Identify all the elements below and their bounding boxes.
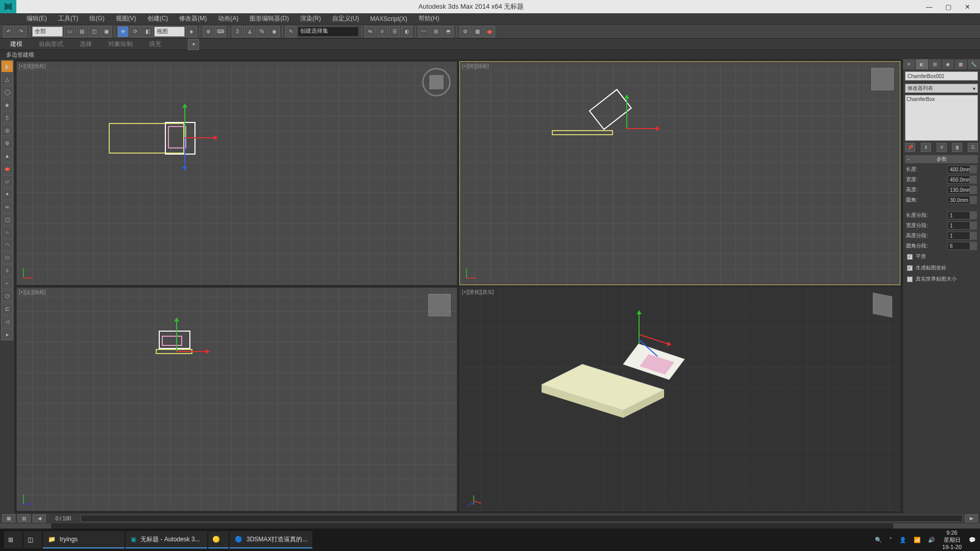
viewcube-left[interactable] <box>428 294 451 316</box>
ribbon-toggle[interactable]: ▾ <box>188 39 199 50</box>
make-unique-button[interactable]: ∀ <box>937 143 947 152</box>
viewport-top-label[interactable]: [+][顶][线框] <box>19 63 46 70</box>
mirror-button[interactable]: ⇋ <box>364 26 376 37</box>
rail-torusknot-icon[interactable]: ∞ <box>1 201 13 213</box>
menu-group[interactable]: 组(G) <box>84 13 109 24</box>
rollout-parameters[interactable]: 参数 <box>905 155 978 163</box>
modify-tab-icon[interactable]: ◐ <box>916 59 928 69</box>
menu-help[interactable]: 帮助(H) <box>413 13 445 24</box>
angle-snap-button[interactable]: ∡ <box>244 26 255 37</box>
align-button[interactable]: ≡ <box>377 26 388 37</box>
rotate-button[interactable]: ⟳ <box>130 26 141 37</box>
tab-objectpaint[interactable]: 对象绘制 <box>108 40 133 48</box>
fillet-spinner[interactable]: 30.0mm <box>947 196 977 204</box>
schematic-view-button[interactable]: ⊞ <box>430 26 442 37</box>
lseg-spinner[interactable]: 1 <box>947 211 977 219</box>
layer-manager-button[interactable]: ☰ <box>389 26 400 37</box>
menu-customize[interactable]: 自定义(U) <box>327 13 364 24</box>
select-button[interactable]: ▭ <box>64 26 75 37</box>
tray-notifications-icon[interactable]: 💬 <box>969 537 976 543</box>
viewport-left[interactable]: [+][左][线框] <box>16 287 457 511</box>
utilities-tab-icon[interactable]: 🔧 <box>968 59 980 69</box>
rail-prism-icon[interactable]: ◁ <box>1 315 13 328</box>
spinner-snap-button[interactable]: ◉ <box>268 26 280 37</box>
rail-sphere-icon[interactable]: ◯ <box>1 86 13 98</box>
rail-hedra-icon[interactable]: ✦ <box>1 188 13 200</box>
wseg-spinner[interactable]: 1 <box>947 221 977 230</box>
menu-rendering[interactable]: 渲染(R) <box>295 13 326 24</box>
object-name-input[interactable]: ChamferBox001 <box>905 71 978 81</box>
rail-plane-icon[interactable]: ▱ <box>1 175 13 187</box>
rail-oiltank-icon[interactable]: ◠ <box>1 239 13 251</box>
smooth-checkbox[interactable] <box>907 254 913 260</box>
select-region-button[interactable]: ◫ <box>88 26 100 37</box>
render-button[interactable]: 🫖 <box>484 26 495 37</box>
fseg-spinner[interactable]: 6 <box>947 242 977 250</box>
menu-create[interactable]: 创建(C) <box>142 13 174 24</box>
rail-capsule-icon[interactable]: ⬭ <box>1 252 13 264</box>
render-setup-button[interactable]: ⚙ <box>459 26 471 37</box>
scale-button[interactable]: ◧ <box>142 26 153 37</box>
rail-geo-icon[interactable]: ◈ <box>1 98 13 111</box>
ref-coord-system[interactable]: 视图 <box>154 27 185 37</box>
app-icon[interactable] <box>0 0 16 13</box>
height-spinner[interactable]: 130.0mm <box>947 186 977 194</box>
viewport-left-label[interactable]: [+][左][线框] <box>19 289 46 296</box>
motion-tab-icon[interactable]: ◉ <box>942 59 954 69</box>
redo-button[interactable]: ↷ <box>15 26 27 37</box>
realworld-checkbox[interactable] <box>907 277 913 282</box>
menu-modifiers[interactable]: 修改器(M) <box>174 13 212 24</box>
rail-spindle-icon[interactable]: ◊ <box>1 264 13 277</box>
menu-maxscript[interactable]: MAXScript(X) <box>365 14 412 23</box>
window-crossing-button[interactable]: ▣ <box>101 26 112 37</box>
time-slider[interactable] <box>81 515 963 522</box>
system-clock[interactable]: 9:26 星期日 19-1-20 <box>942 529 962 550</box>
modifier-list-dropdown[interactable]: 修改器列表▾ <box>905 84 978 93</box>
viewport-perspective[interactable]: [+][透视][真实] <box>459 287 900 511</box>
undo-button[interactable]: ↶ <box>3 26 14 37</box>
pivot-center-button[interactable]: ◈ <box>186 26 197 37</box>
rail-pyramid-icon[interactable]: ▲ <box>1 149 13 162</box>
task-app-icon[interactable]: 🟡 <box>208 531 229 548</box>
tray-people-icon[interactable]: 👤 <box>899 537 906 543</box>
tray-search-icon[interactable]: 🔍 <box>875 537 882 543</box>
trackbar-btn-3[interactable]: ◀ <box>33 514 46 522</box>
rail-chamferbox-icon[interactable]: ▢ <box>1 213 13 226</box>
trackbar-btn-1[interactable]: ▦ <box>2 514 15 522</box>
maximize-button[interactable]: ▢ <box>945 3 952 10</box>
rail-lext-icon[interactable]: ⌐ <box>1 277 13 289</box>
trackbar-btn-4[interactable]: ▶ <box>965 514 978 522</box>
viewcube-persp[interactable] <box>873 293 892 318</box>
rail-torus-icon[interactable]: ⊚ <box>1 137 13 149</box>
menu-grapheditors[interactable]: 图形编辑器(D) <box>244 13 294 24</box>
rail-tube-icon[interactable]: ◎ <box>1 124 13 136</box>
tray-volume-icon[interactable]: 🔊 <box>928 537 935 543</box>
curve-editor-button[interactable]: 〰 <box>418 26 429 37</box>
close-button[interactable]: ✕ <box>965 3 972 10</box>
material-editor-button[interactable]: ◓ <box>443 26 454 37</box>
percent-snap-button[interactable]: % <box>256 26 267 37</box>
viewport-front-label[interactable]: [+][前][线框] <box>462 63 489 70</box>
task-3dsmax[interactable]: ▣无标题 - Autodesk 3... <box>126 531 207 548</box>
snap-3d-button[interactable]: 3 <box>232 26 243 37</box>
tab-freeform[interactable]: 自由形式 <box>39 40 63 48</box>
modifier-stack[interactable]: ChamferBox <box>905 95 978 141</box>
select-name-button[interactable]: ▤ <box>76 26 87 37</box>
edit-named-selection-button[interactable]: ✎ <box>285 26 297 37</box>
keyboard-shortcut-button[interactable]: ⌨ <box>215 26 226 37</box>
pin-stack-button[interactable]: 📌 <box>905 143 915 152</box>
rail-expand-icon[interactable]: ▸ <box>1 328 13 340</box>
selection-filter[interactable]: 全部 <box>32 27 63 37</box>
named-selection-input[interactable]: 创建选择集 <box>298 27 359 37</box>
task-browser[interactable]: 🔵3DSMAX打造逼真的... <box>230 531 312 548</box>
create-tab-icon[interactable]: ✳ <box>903 59 915 69</box>
tab-modeling[interactable]: 建模 <box>10 40 22 48</box>
task-view-button[interactable]: ◫ <box>23 531 42 548</box>
start-button[interactable]: ⊞ <box>4 531 22 548</box>
render-frame-button[interactable]: ▦ <box>472 26 483 37</box>
viewport-persp-label[interactable]: [+][透视][真实] <box>462 289 494 296</box>
manipulate-button[interactable]: ⊕ <box>203 26 214 37</box>
rail-cone-icon[interactable]: △ <box>1 73 13 85</box>
configure-sets-button[interactable]: ☰ <box>968 143 978 152</box>
length-spinner[interactable]: 400.0mm <box>947 165 977 173</box>
